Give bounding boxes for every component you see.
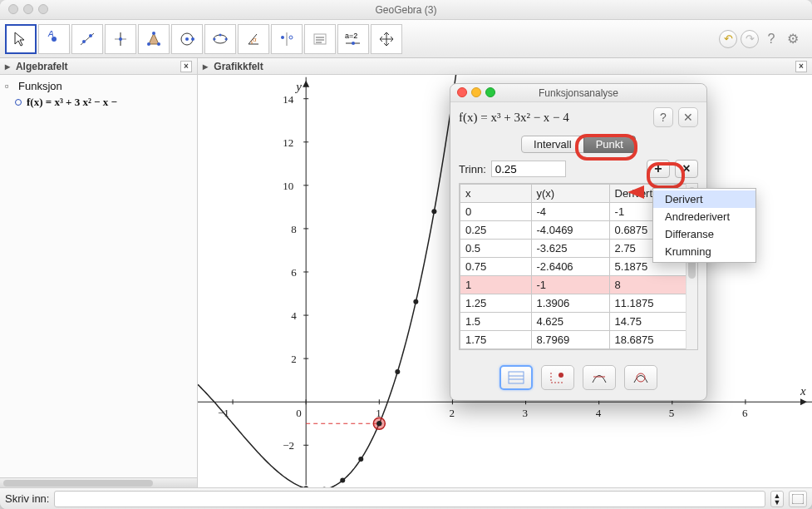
table-row[interactable]: 1.251.390611.1875 [460, 294, 697, 313]
svg-text:x: x [800, 384, 806, 398]
dialog-zoom-icon[interactable] [485, 87, 495, 97]
circle-tool[interactable] [171, 24, 203, 54]
svg-text:a=2: a=2 [345, 32, 357, 40]
dialog-head: f(x) = x³ + 3x² − x − 4 ? ✕ [450, 102, 706, 132]
input-bar: Skriv inn: ▲▼ [0, 487, 812, 509]
angle-tool[interactable]: α [238, 24, 269, 54]
text-tool[interactable] [304, 24, 336, 54]
dialog-help-button[interactable]: ? [653, 107, 673, 127]
polygon-tool[interactable] [138, 24, 170, 54]
svg-text:6: 6 [742, 407, 748, 419]
disclosure-icon[interactable]: ▫ [5, 80, 13, 92]
svg-text:A: A [47, 31, 54, 38]
step-label: Trinn: [459, 163, 486, 175]
help-icon[interactable]: ? [762, 30, 780, 48]
cell: 1.75 [460, 331, 532, 349]
menu-item[interactable]: Krumning [653, 243, 755, 260]
menu-item[interactable]: Derivert [653, 190, 755, 208]
disclosure-icon[interactable]: ▸ [5, 61, 13, 72]
perpendicular-tool[interactable] [105, 24, 136, 54]
reflect-tool[interactable] [271, 24, 303, 54]
cell: -2.6406 [531, 258, 609, 276]
show-tangent-button[interactable] [583, 365, 616, 390]
main-toolbar: A α a=2 ↶ ↷ ? ⚙ [0, 20, 812, 58]
add-column-button[interactable]: + [647, 160, 670, 178]
menu-item[interactable]: Differanse [653, 225, 755, 243]
svg-point-29 [352, 42, 355, 45]
titlebar: GeoGebra (3) [0, 0, 812, 20]
svg-text:3: 3 [523, 407, 529, 419]
svg-point-4 [89, 34, 92, 37]
history-stepper[interactable]: ▲▼ [770, 491, 784, 507]
cell: -4 [531, 203, 609, 221]
pointer-tool[interactable] [5, 24, 37, 54]
cell: 18.6875 [609, 331, 696, 349]
table-row[interactable]: 1-18 [460, 276, 697, 294]
show-table-button[interactable] [500, 365, 533, 390]
svg-point-87 [559, 373, 563, 378]
algebra-title: Algebrafelt [16, 61, 68, 72]
tab-point[interactable]: Punkt [583, 136, 636, 153]
zoom-window-icon[interactable] [38, 4, 48, 14]
cell: 1.25 [460, 294, 532, 313]
svg-point-13 [185, 37, 189, 41]
table-row[interactable]: 1.758.796918.6875 [460, 331, 697, 349]
dialog-tabs: Intervall Punkt [450, 132, 706, 160]
svg-text:−2: −2 [283, 439, 294, 452]
virtual-keyboard-button[interactable] [789, 491, 807, 507]
svg-point-14 [191, 37, 194, 41]
slider-tool[interactable]: a=2 [337, 24, 369, 54]
svg-point-17 [225, 37, 228, 40]
cell: 1.3906 [531, 294, 609, 313]
close-graphics-button[interactable]: × [795, 61, 807, 72]
svg-point-89 [637, 373, 645, 382]
visibility-toggle-icon[interactable] [15, 99, 22, 106]
svg-point-22 [289, 36, 293, 39]
show-osculating-button[interactable] [624, 365, 657, 390]
svg-point-7 [119, 37, 122, 41]
close-algebra-button[interactable]: × [180, 61, 192, 72]
point-tool[interactable]: A [38, 24, 70, 54]
function-item[interactable]: f(x) = x³ + 3 x² − x − [27, 96, 117, 109]
svg-text:10: 10 [283, 180, 293, 192]
minimize-window-icon[interactable] [23, 4, 33, 14]
line-tool[interactable] [71, 24, 103, 54]
redo-button[interactable]: ↷ [741, 30, 759, 48]
cell: 11.1875 [609, 294, 696, 313]
cell: 8.7969 [531, 331, 609, 349]
cell: 4.625 [531, 313, 609, 331]
close-window-icon[interactable] [8, 4, 18, 14]
remove-column-button[interactable]: × [675, 160, 698, 178]
svg-text:2: 2 [449, 407, 455, 419]
undo-button[interactable]: ↶ [719, 30, 737, 48]
command-input[interactable] [54, 491, 765, 507]
show-xy-lines-button[interactable] [541, 365, 574, 390]
dialog-titlebar: Funksjonsanalyse [450, 84, 706, 102]
svg-marker-31 [800, 398, 807, 405]
svg-text:y: y [294, 80, 302, 93]
step-input[interactable] [491, 161, 566, 177]
algebra-panel: ▸ Algebrafelt × ▫Funksjon f(x) = x³ + 3 … [0, 58, 198, 487]
algebra-scrollbar[interactable] [0, 477, 197, 487]
move-view-tool[interactable] [371, 24, 402, 54]
col-x[interactable]: x [460, 185, 532, 203]
svg-point-73 [340, 478, 345, 483]
dialog-settings-button[interactable]: ✕ [678, 107, 698, 127]
svg-text:12: 12 [283, 136, 293, 149]
settings-icon[interactable]: ⚙ [784, 30, 802, 48]
svg-text:6: 6 [291, 266, 297, 279]
algebra-category: Funksjon [18, 80, 62, 92]
disclosure-icon[interactable]: ▸ [203, 61, 211, 72]
svg-text:α: α [253, 36, 257, 43]
cell: -4.0469 [531, 221, 609, 240]
svg-point-3 [82, 40, 86, 43]
col-yx[interactable]: y(x) [531, 185, 609, 203]
algebra-header: ▸ Algebrafelt × [0, 58, 197, 75]
dialog-minimize-icon[interactable] [471, 87, 481, 97]
svg-text:8: 8 [291, 223, 297, 235]
menu-item[interactable]: Andrederivert [653, 208, 755, 225]
table-row[interactable]: 1.54.62514.75 [460, 313, 697, 331]
dialog-close-icon[interactable] [457, 87, 467, 97]
tab-interval[interactable]: Intervall [521, 136, 584, 153]
conic-tool[interactable] [204, 24, 236, 54]
